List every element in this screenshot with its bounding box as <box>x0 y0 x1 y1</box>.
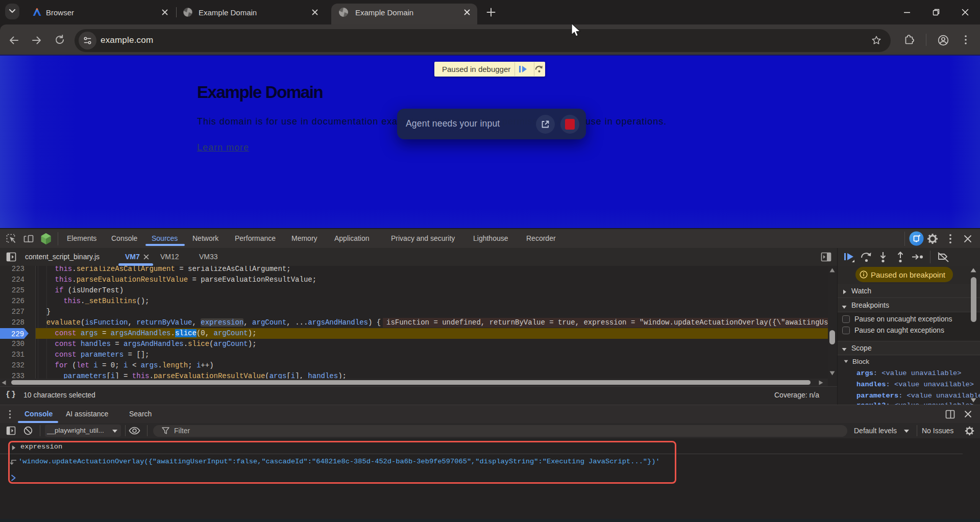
svg-text:229: 229 <box>11 330 24 338</box>
